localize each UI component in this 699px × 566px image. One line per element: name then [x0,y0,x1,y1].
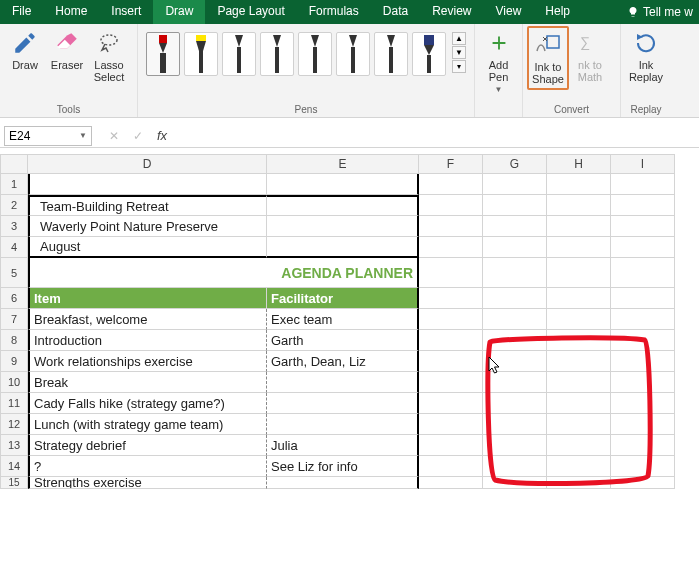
col-F[interactable]: F [419,154,483,174]
gallery-up[interactable]: ▲ [452,32,466,45]
cell-D14[interactable]: ? [28,456,267,477]
row-15[interactable]: 15 [0,477,28,489]
row-1[interactable]: 1 [0,174,28,195]
cell-D6[interactable]: Item [28,288,267,309]
lasso-select-button[interactable]: Lasso Select [88,26,130,86]
formula-input[interactable] [176,126,695,146]
pen-black-5[interactable] [374,32,408,76]
svg-marker-18 [424,45,434,55]
row-3[interactable]: 3 [0,216,28,237]
cell-D1[interactable] [28,174,267,195]
cell-E9[interactable]: Garth, Dean, Liz [267,351,419,372]
cell-D7[interactable]: Breakfast, welcome [28,309,267,330]
cell-E14[interactable]: See Liz for info [267,456,419,477]
ink-to-shape-label: Ink to Shape [532,61,564,85]
tab-review[interactable]: Review [420,0,483,24]
ink-replay-button[interactable]: Ink Replay [625,26,667,86]
row-4[interactable]: 4 [0,237,28,258]
pen-black-4[interactable] [336,32,370,76]
cell-D2[interactable]: Team-Building Retreat [28,195,267,216]
name-box[interactable]: E24 ▼ [4,126,92,146]
col-I[interactable]: I [611,154,675,174]
cell-E10[interactable] [267,372,419,393]
cell-D12[interactable]: Lunch (with strategy game team) [28,414,267,435]
pen-black-3[interactable] [298,32,332,76]
row-13[interactable]: 13 [0,435,28,456]
tell-me-search[interactable]: Tell me w [621,0,699,24]
eraser-button[interactable]: Eraser [46,26,88,74]
tab-help[interactable]: Help [533,0,582,24]
cell-D10[interactable]: Break [28,372,267,393]
row-9[interactable]: 9 [0,351,28,372]
cell-E15[interactable] [267,477,419,489]
cell-D9[interactable]: Work relationships exercise [28,351,267,372]
draw-button[interactable]: Draw [4,26,46,74]
cell-E2[interactable] [267,195,419,216]
pen-galaxy[interactable] [412,32,446,76]
insert-function-button[interactable]: fx [152,126,172,146]
gallery-down[interactable]: ▼ [452,46,466,59]
cell-E12[interactable] [267,414,419,435]
ink-to-shape-button[interactable]: Ink to Shape [527,26,569,90]
svg-rect-4 [196,35,206,41]
cell-D8[interactable]: Introduction [28,330,267,351]
pen-black-2[interactable] [260,32,294,76]
cell-E7[interactable]: Exec team [267,309,419,330]
tab-file[interactable]: File [0,0,43,24]
tab-formulas[interactable]: Formulas [297,0,371,24]
tab-page-layout[interactable]: Page Layout [205,0,296,24]
svg-rect-3 [160,53,166,73]
cell-D15[interactable]: Strengths exercise [28,477,267,489]
cell-D3[interactable]: Waverly Point Nature Preserve [28,216,267,237]
cell-E1[interactable] [267,174,419,195]
col-E[interactable]: E [267,154,419,174]
tell-me-label: Tell me w [643,5,693,19]
svg-rect-17 [424,35,434,45]
svg-marker-15 [387,35,395,47]
tab-home[interactable]: Home [43,0,99,24]
eraser-icon [53,29,81,57]
cell-D4[interactable]: August [28,237,267,258]
row-7[interactable]: 7 [0,309,28,330]
tab-view[interactable]: View [484,0,534,24]
cell-E6[interactable]: Facilitator [267,288,419,309]
add-pen-button[interactable]: Add Pen ▼ [479,26,518,97]
select-all-corner[interactable] [0,154,28,174]
row-14[interactable]: 14 [0,456,28,477]
svg-marker-5 [196,41,206,51]
row-2[interactable]: 2 [0,195,28,216]
cell-D5E5[interactable]: AGENDA PLANNER [28,258,419,288]
cell-E13[interactable]: Julia [267,435,419,456]
row-5[interactable]: 5 [0,258,28,288]
tab-data[interactable]: Data [371,0,420,24]
cell-E3[interactable] [267,216,419,237]
highlighter-yellow[interactable] [184,32,218,76]
cell-E11[interactable] [267,393,419,414]
pen-black-1[interactable] [222,32,256,76]
cell-D11[interactable]: Cady Falls hike (strategy game?) [28,393,267,414]
svg-marker-9 [273,35,281,47]
cell-E8[interactable]: Garth [267,330,419,351]
convert-group-label: Convert [527,103,616,117]
svg-rect-12 [313,47,317,73]
enter-formula-button: ✓ [128,126,148,146]
cell-D13[interactable]: Strategy debrief [28,435,267,456]
col-D[interactable]: D [28,154,267,174]
cell-E4[interactable] [267,237,419,258]
pen-red[interactable] [146,32,180,76]
ink-to-math-label: nk to Math [578,59,602,83]
col-H[interactable]: H [547,154,611,174]
col-G[interactable]: G [483,154,547,174]
tab-draw[interactable]: Draw [153,0,205,24]
lasso-icon [95,29,123,57]
tab-insert[interactable]: Insert [99,0,153,24]
row-10[interactable]: 10 [0,372,28,393]
spreadsheet-grid[interactable]: D E F G H I 1 2 Team-Building Retreat 3 … [0,154,699,489]
row-6[interactable]: 6 [0,288,28,309]
svg-rect-8 [237,47,241,73]
row-11[interactable]: 11 [0,393,28,414]
row-8[interactable]: 8 [0,330,28,351]
row-12[interactable]: 12 [0,414,28,435]
svg-rect-6 [199,51,203,73]
gallery-more[interactable]: ▾ [452,60,466,73]
